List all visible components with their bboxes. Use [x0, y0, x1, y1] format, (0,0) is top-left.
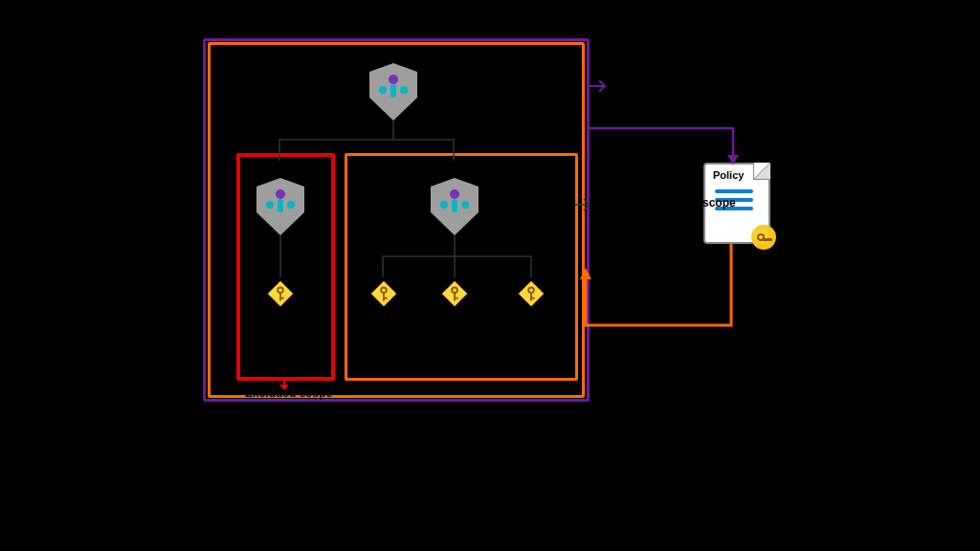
- mg-marketing-icon: [256, 178, 304, 235]
- arrow-mgmt-scope: [574, 197, 593, 212]
- svg-rect-4: [383, 292, 385, 300]
- svg-rect-10: [530, 292, 532, 300]
- svg-rect-8: [454, 298, 458, 299]
- svg-rect-2: [279, 298, 284, 299]
- label-root-scope: Root scope: [611, 79, 679, 94]
- sub4-icon: [517, 279, 546, 308]
- label-mgmt-scope: Management group scope: [593, 196, 736, 209]
- sub2-icon: [369, 279, 398, 308]
- svg-rect-5: [383, 298, 388, 299]
- svg-rect-1: [279, 292, 281, 300]
- svg-rect-11: [530, 298, 535, 299]
- label-assigned: Assigned scope: [601, 298, 689, 312]
- mg-it-icon: [431, 178, 479, 235]
- sub1-icon: [266, 279, 295, 308]
- svg-rect-7: [454, 292, 456, 300]
- label-sub3: Sub 3: [440, 354, 474, 368]
- label-root-group: Tenant Root group: [354, 43, 464, 57]
- label-marketing: Marketing: [249, 160, 307, 174]
- sub3-icon: [440, 279, 469, 308]
- policy-key-icon: [751, 225, 776, 250]
- label-it: IT: [450, 160, 461, 174]
- arrow-policy-to-assigned: [578, 243, 741, 339]
- label-sub4: Sub 4: [517, 354, 550, 368]
- arrow-root-to-policy: [590, 124, 752, 182]
- arrow-excluded: [278, 379, 291, 392]
- label-sub2: Sub 2: [369, 354, 403, 368]
- label-sub1: Sub 1: [267, 354, 301, 368]
- arrow-root-scope: [590, 78, 609, 94]
